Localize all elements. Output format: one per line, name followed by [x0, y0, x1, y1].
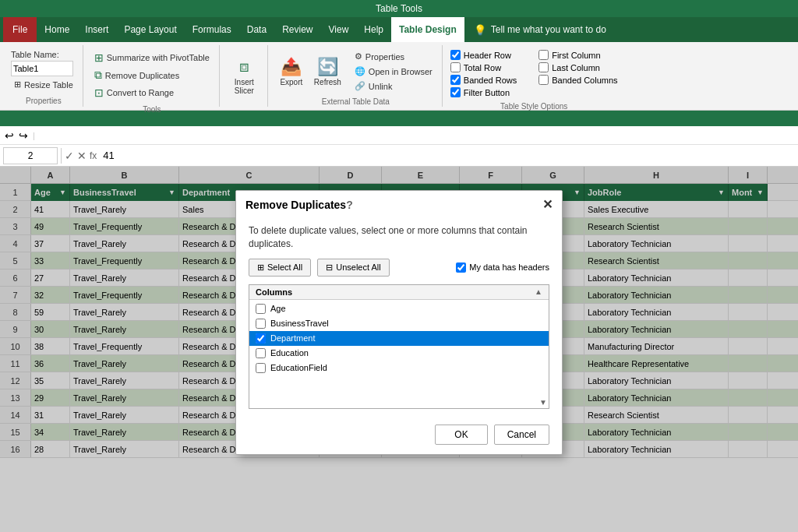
insert-slicer-button[interactable]: ⧈ InsertSlicer — [228, 54, 260, 97]
summarize-pivottable-button[interactable]: ⊞ Summarize with PivotTable — [91, 50, 213, 65]
header-row-label: Header Row — [464, 51, 511, 60]
tell-me-text[interactable]: Tell me what you want to do — [491, 24, 606, 35]
dialog-body: To delete duplicate values, select one o… — [236, 218, 562, 418]
ribbon-tabs: File Home Insert Page Layout Formulas Da… — [0, 17, 798, 42]
slicer-icon: ⧈ — [233, 56, 255, 78]
last-column-checkbox[interactable] — [538, 62, 549, 72]
insert-slicer-label: InsertSlicer — [235, 78, 254, 95]
banded-columns-option[interactable]: Banded Columns — [538, 75, 617, 85]
undo-bar: ↩ ↪ | — [0, 126, 798, 145]
insert-function-icon[interactable]: fx — [90, 150, 97, 161]
dialog-overlay: Remove Duplicates ? ✕ To delete duplicat… — [0, 167, 798, 532]
education-checkbox[interactable] — [256, 348, 266, 358]
select-all-button[interactable]: ⊞ Select All — [249, 259, 311, 277]
column-item-department[interactable]: Department — [249, 331, 549, 346]
ribbon-content: Table Name: ⊞ Resize Table Properties ⊞ … — [0, 42, 798, 111]
columns-list-container: Columns ▲ Age BusinessTravel — [249, 284, 549, 409]
resize-table-button[interactable]: ⊞ Resize Table — [11, 78, 76, 91]
ribbon-group-external-data: 📤 Export 🔄 Refresh ⚙ Properties 🌐 — [270, 45, 443, 107]
my-data-headers-checkbox[interactable] — [456, 262, 466, 273]
undo-icon[interactable]: ↩ — [5, 129, 14, 142]
dialog-buttons-row: ⊞ Select All ⊟ Unselect All My data has … — [249, 259, 549, 277]
light-bulb-icon: 💡 — [474, 24, 486, 36]
tab-formulas[interactable]: Formulas — [185, 17, 239, 42]
properties-icon: ⚙ — [355, 51, 362, 62]
filter-button-checkbox[interactable] — [450, 87, 461, 97]
unlink-button[interactable]: 🔗 Unlink — [351, 79, 436, 93]
cell-reference-box[interactable] — [3, 147, 58, 164]
properties-button[interactable]: ⚙ Properties — [351, 50, 436, 63]
last-column-label: Last Column — [552, 63, 600, 72]
duplicates-icon: ⧉ — [94, 69, 102, 82]
banded-rows-option[interactable]: Banded Rows — [450, 75, 529, 85]
ribbon-group-tools: ⊞ Summarize with PivotTable ⧉ Remove Dup… — [85, 45, 220, 107]
dialog-titlebar: Remove Duplicates ? ✕ — [236, 191, 562, 218]
tab-insert[interactable]: Insert — [77, 17, 116, 42]
tab-data[interactable]: Data — [239, 17, 274, 42]
banded-columns-label: Banded Columns — [552, 76, 617, 85]
title-text: Table Tools — [376, 3, 422, 14]
tab-home[interactable]: Home — [37, 17, 77, 42]
table-name-label: Table Name: — [11, 50, 59, 59]
filter-button-option[interactable]: Filter Button — [450, 87, 618, 97]
table-name-input[interactable] — [11, 61, 73, 76]
dialog-help-icon[interactable]: ? — [346, 199, 353, 211]
remove-duplicates-dialog: Remove Duplicates ? ✕ To delete duplicat… — [235, 190, 563, 455]
column-item-age[interactable]: Age — [249, 301, 549, 316]
formula-input[interactable] — [100, 148, 795, 163]
scroll-down-arrow[interactable]: ▼ — [539, 398, 547, 407]
header-row-checkbox[interactable] — [450, 50, 461, 60]
resize-icon: ⊞ — [14, 79, 21, 90]
column-item-educationfield[interactable]: EducationField — [249, 361, 549, 375]
banded-rows-checkbox[interactable] — [450, 75, 461, 85]
educationfield-checkbox[interactable] — [256, 363, 266, 373]
unselect-all-button[interactable]: ⊟ Unselect All — [317, 259, 389, 277]
unlink-icon: 🔗 — [355, 81, 365, 91]
header-row-option[interactable]: Header Row — [450, 50, 529, 60]
total-row-option[interactable]: Total Row — [450, 62, 529, 72]
dialog-description: To delete duplicate values, select one o… — [249, 224, 549, 251]
ribbon: File Home Insert Page Layout Formulas Da… — [0, 17, 798, 126]
department-checkbox[interactable] — [256, 333, 266, 344]
tab-file[interactable]: File — [3, 17, 37, 42]
cancel-button[interactable]: Cancel — [494, 425, 549, 445]
open-browser-button[interactable]: 🌐 Open in Browser — [351, 65, 436, 78]
formula-bar: ✓ ✕ fx — [0, 145, 798, 167]
export-icon: 📤 — [281, 56, 302, 78]
businesstravel-checkbox[interactable] — [256, 319, 266, 329]
ok-button[interactable]: OK — [435, 425, 487, 445]
total-row-checkbox[interactable] — [450, 62, 461, 72]
column-item-businesstravel[interactable]: BusinessTravel — [249, 316, 549, 331]
refresh-icon: 🔄 — [316, 56, 338, 78]
pivot-icon: ⊞ — [94, 51, 104, 64]
dialog-close-button[interactable]: ✕ — [542, 197, 553, 212]
table-style-options-grid: Header Row First Column Total Row Last C… — [450, 50, 618, 97]
refresh-button[interactable]: 🔄 Refresh — [310, 54, 345, 89]
first-column-checkbox[interactable] — [538, 50, 549, 60]
dialog-title: Remove Duplicates — [245, 199, 346, 211]
last-column-option[interactable]: Last Column — [538, 62, 617, 72]
tab-page-layout[interactable]: Page Layout — [116, 17, 184, 42]
tab-view[interactable]: View — [321, 17, 357, 42]
total-row-label: Total Row — [464, 63, 501, 72]
my-data-headers-label[interactable]: My data has headers — [456, 262, 549, 273]
title-bar: Table Tools — [0, 0, 798, 17]
first-column-option[interactable]: First Column — [538, 50, 617, 60]
columns-list: Age BusinessTravel Department Educa — [249, 300, 549, 377]
column-item-education[interactable]: Education — [249, 346, 549, 361]
tab-table-design[interactable]: Table Design — [391, 17, 464, 42]
tab-review[interactable]: Review — [274, 17, 320, 42]
tab-help[interactable]: Help — [356, 17, 391, 42]
browser-icon: 🌐 — [355, 66, 365, 76]
cancel-formula-icon[interactable]: ✕ — [77, 150, 87, 162]
age-checkbox[interactable] — [256, 304, 266, 314]
convert-to-range-button[interactable]: ⊡ Convert to Range — [91, 85, 213, 100]
export-button[interactable]: 📤 Export — [276, 54, 307, 89]
remove-duplicates-button[interactable]: ⧉ Remove Duplicates — [91, 67, 213, 83]
properties-label: Properties — [26, 97, 62, 105]
first-column-label: First Column — [552, 51, 600, 60]
banded-columns-checkbox[interactable] — [538, 75, 549, 85]
scroll-up-arrow[interactable]: ▲ — [535, 287, 542, 296]
redo-icon[interactable]: ↪ — [19, 129, 28, 142]
check-mark-icon[interactable]: ✓ — [65, 150, 74, 162]
